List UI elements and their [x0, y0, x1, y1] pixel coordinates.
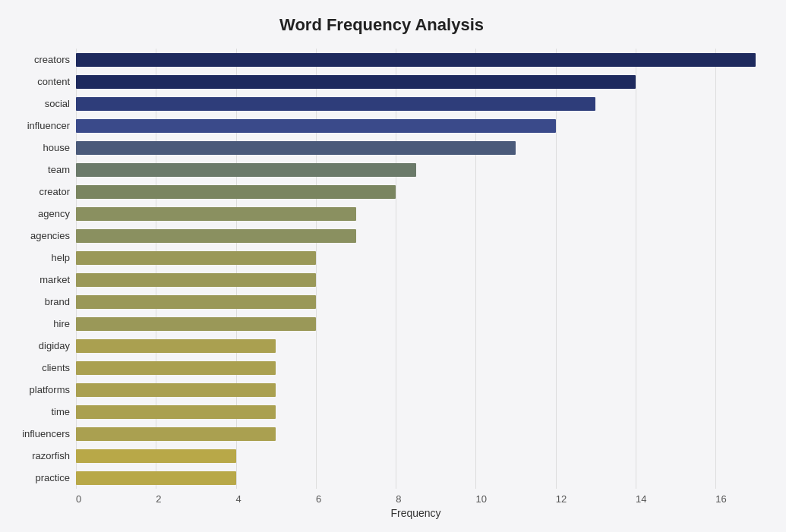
grid-line [236, 49, 237, 489]
y-axis-labels: creatorscontentsocialinfluencerhouseteam… [8, 49, 76, 489]
bar-row [76, 316, 756, 332]
bar [76, 53, 756, 67]
y-axis-label: influencers [8, 424, 70, 444]
bar-row [76, 470, 756, 486]
y-axis-label: market [8, 270, 70, 290]
x-axis: 0246810121416 [76, 489, 756, 504]
bars-area [76, 49, 756, 489]
bar-row [76, 404, 756, 420]
y-axis-label: hire [8, 314, 70, 334]
bar [76, 339, 276, 353]
bar [76, 119, 556, 133]
y-axis-label: influencer [8, 116, 70, 136]
bar [76, 207, 356, 221]
bar [76, 141, 516, 155]
bar-row [76, 338, 756, 354]
grid-line [76, 49, 77, 489]
y-axis-label: brand [8, 292, 70, 312]
bar-row [76, 96, 756, 112]
grid-line [715, 49, 716, 489]
chart-area: creatorscontentsocialinfluencerhouseteam… [8, 49, 756, 489]
y-axis-label: practice [8, 468, 70, 488]
bar-row [76, 74, 756, 90]
bar [76, 317, 316, 331]
y-axis-label: agencies [8, 226, 70, 246]
bar [76, 251, 316, 265]
bar-row [76, 206, 756, 222]
chart-title: Word Frequency Analysis [8, 15, 756, 35]
y-axis-label: house [8, 138, 70, 158]
bar [76, 295, 316, 309]
bar [76, 471, 236, 485]
bar [76, 361, 276, 375]
y-axis-label: help [8, 248, 70, 268]
bar [76, 449, 236, 463]
bar-row [76, 118, 756, 134]
x-axis-label: Frequency [76, 507, 756, 519]
bar-row [76, 228, 756, 244]
bar [76, 273, 316, 287]
chart-container: Word Frequency Analysis creatorscontents… [0, 0, 786, 532]
grid-line [475, 49, 476, 489]
y-axis-label: agency [8, 204, 70, 224]
bar-row [76, 184, 756, 200]
grid-line [636, 49, 636, 489]
bar-row [76, 52, 756, 68]
grid-line [156, 49, 156, 489]
y-axis-label: creators [8, 50, 70, 70]
bar-row [76, 250, 756, 266]
grid-line [556, 49, 557, 489]
y-axis-label: content [8, 72, 70, 92]
y-axis-label: time [8, 402, 70, 422]
y-axis-label: platforms [8, 380, 70, 400]
y-axis-label: clients [8, 358, 70, 378]
grid-lines [76, 49, 756, 489]
bar [76, 185, 396, 199]
bar [76, 97, 595, 111]
y-axis-label: creator [8, 182, 70, 202]
bar-row [76, 426, 756, 442]
y-axis-label: razorfish [8, 446, 70, 466]
bar [76, 163, 416, 177]
grid-line [316, 49, 317, 489]
bar [76, 75, 636, 89]
bar-row [76, 360, 756, 376]
bar-row [76, 382, 756, 398]
y-axis-label: digiday [8, 336, 70, 356]
y-axis-label: social [8, 94, 70, 114]
bar-row [76, 448, 756, 464]
bar-row [76, 294, 756, 310]
grid-line [396, 49, 396, 489]
bar-row [76, 272, 756, 288]
bar-row [76, 162, 756, 178]
bar [76, 383, 276, 397]
bar [76, 427, 276, 441]
bar [76, 405, 276, 419]
bar [76, 229, 356, 243]
bar-row [76, 140, 756, 156]
y-axis-label: team [8, 160, 70, 180]
